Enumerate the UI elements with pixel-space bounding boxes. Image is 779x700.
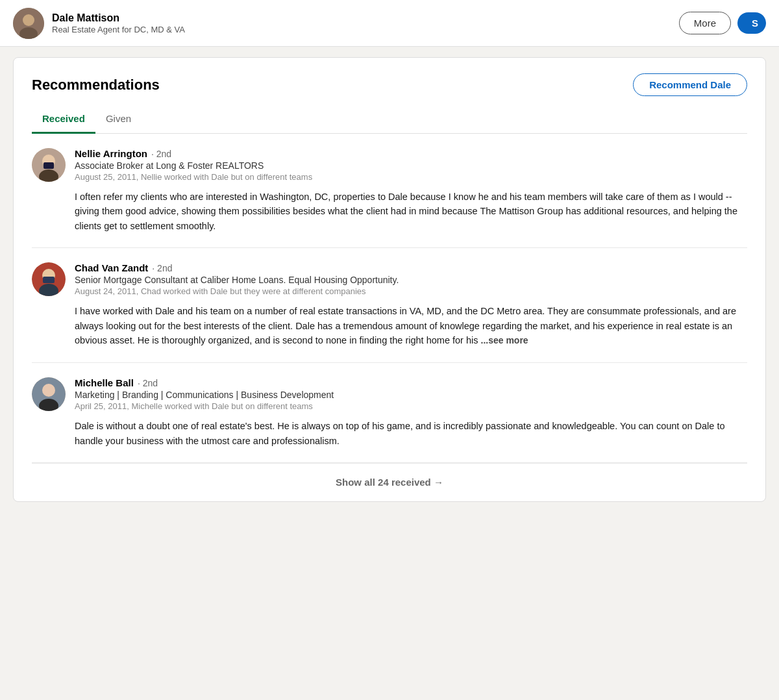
person-name-michelle[interactable]: Michelle Ball: [75, 377, 134, 388]
person-row-michelle: Michelle Ball · 2nd Marketing | Branding…: [32, 377, 747, 411]
person-name-row-nellie: Nellie Arrington · 2nd: [75, 148, 312, 159]
person-date-nellie: August 25, 2011, Nellie worked with Dale…: [75, 172, 312, 182]
avatar-chad[interactable]: [32, 262, 66, 296]
show-all-button[interactable]: Show all 24 received →: [336, 477, 443, 488]
svg-point-12: [42, 384, 55, 397]
person-info-chad: Chad Van Zandt · 2nd Senior Mortgage Con…: [75, 262, 399, 296]
s-button[interactable]: S: [737, 12, 766, 34]
person-name-row-chad: Chad Van Zandt · 2nd: [75, 262, 399, 273]
profile-title: Real Estate Agent for DC, MD & VA: [52, 25, 185, 34]
person-role-nellie: Associate Broker at Long & Foster REALTO…: [75, 160, 312, 171]
tabs-container: Received Given: [32, 106, 747, 134]
person-role-chad: Senior Mortgage Consultant at Caliber Ho…: [75, 275, 399, 285]
person-name-row-michelle: Michelle Ball · 2nd: [75, 377, 334, 388]
tab-given[interactable]: Given: [95, 106, 142, 134]
svg-rect-6: [43, 162, 54, 169]
rec-text-nellie: I often refer my clients who are interes…: [75, 190, 747, 233]
show-all-row: Show all 24 received →: [32, 463, 747, 501]
tab-received[interactable]: Received: [32, 106, 95, 134]
section-title: Recommendations: [32, 77, 160, 94]
person-info-michelle: Michelle Ball · 2nd Marketing | Branding…: [75, 377, 334, 411]
see-more-chad: ...see more: [481, 335, 528, 345]
person-info-nellie: Nellie Arrington · 2nd Associate Broker …: [75, 148, 312, 182]
avatar-nellie[interactable]: [32, 148, 66, 182]
person-degree-nellie: · 2nd: [151, 149, 171, 159]
svg-point-1: [23, 14, 34, 26]
see-more-link-chad[interactable]: ...see more: [481, 335, 528, 345]
person-date-michelle: April 25, 2011, Michelle worked with Dal…: [75, 401, 334, 411]
avatar-michelle[interactable]: [32, 377, 66, 411]
recommendation-item-chad: Chad Van Zandt · 2nd Senior Mortgage Con…: [32, 248, 747, 363]
person-row-nellie: Nellie Arrington · 2nd Associate Broker …: [32, 148, 747, 182]
person-role-michelle: Marketing | Branding | Communications | …: [75, 390, 334, 400]
recommendation-item-nellie: Nellie Arrington · 2nd Associate Broker …: [32, 134, 747, 248]
profile-name: Dale Mattison: [52, 12, 185, 25]
recommendations-card: Recommendations Recommend Dale Received …: [13, 57, 766, 502]
header-actions: More S: [679, 12, 766, 34]
more-button[interactable]: More: [679, 12, 731, 34]
person-date-chad: August 24, 2011, Chad worked with Dale b…: [75, 286, 399, 296]
person-degree-michelle: · 2nd: [138, 378, 158, 388]
top-header: Dale Mattison Real Estate Agent for DC, …: [0, 0, 779, 47]
profile-info: Dale Mattison Real Estate Agent for DC, …: [13, 8, 185, 39]
profile-text: Dale Mattison Real Estate Agent for DC, …: [52, 12, 185, 35]
rec-header: Recommendations Recommend Dale: [32, 73, 747, 96]
recommend-dale-button[interactable]: Recommend Dale: [633, 73, 747, 96]
person-degree-chad: · 2nd: [152, 263, 172, 273]
person-name-nellie[interactable]: Nellie Arrington: [75, 148, 147, 159]
person-row-chad: Chad Van Zandt · 2nd Senior Mortgage Con…: [32, 262, 747, 296]
svg-rect-10: [43, 277, 55, 283]
recommendation-item-michelle: Michelle Ball · 2nd Marketing | Branding…: [32, 363, 747, 463]
profile-avatar[interactable]: [13, 8, 44, 39]
rec-text-michelle: Dale is without a doubt one of real esta…: [75, 419, 747, 448]
person-name-chad[interactable]: Chad Van Zandt: [75, 262, 148, 273]
rec-text-chad: I have worked with Dale and his team on …: [75, 304, 747, 348]
